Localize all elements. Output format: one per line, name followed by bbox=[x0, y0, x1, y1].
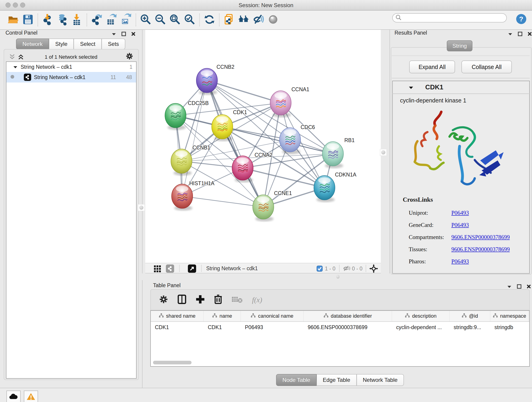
panel-menu-icon[interactable] bbox=[508, 32, 513, 36]
panel-float-icon[interactable] bbox=[517, 284, 521, 290]
network-options-gear-icon[interactable] bbox=[126, 52, 133, 61]
import-network-file-button[interactable] bbox=[40, 12, 55, 28]
panel-close-icon[interactable] bbox=[527, 32, 532, 37]
entry-collapse-icon[interactable] bbox=[408, 86, 414, 90]
delete-column-icon[interactable] bbox=[214, 294, 222, 305]
panel-close-icon[interactable] bbox=[131, 32, 136, 37]
panel-menu-icon[interactable] bbox=[507, 285, 512, 289]
warning-status-button[interactable] bbox=[24, 390, 38, 402]
tab-edge-table[interactable]: Edge Table bbox=[317, 374, 357, 386]
export-network-button[interactable] bbox=[89, 12, 104, 28]
export-image-button[interactable] bbox=[119, 12, 133, 28]
save-session-button[interactable] bbox=[21, 12, 35, 28]
search-field[interactable] bbox=[392, 13, 507, 22]
right-splitter-handle[interactable] bbox=[380, 149, 387, 156]
open-in-window-icon[interactable] bbox=[188, 264, 196, 273]
network-collection-row[interactable]: String Network – cdk1 1 bbox=[6, 62, 136, 72]
add-column-icon[interactable] bbox=[196, 295, 205, 305]
column-header-name[interactable]: name bbox=[204, 311, 241, 321]
search-input[interactable] bbox=[401, 15, 499, 21]
column-header-shared-name[interactable]: shared name bbox=[151, 311, 204, 321]
crosslink-value-link[interactable]: P06493 bbox=[451, 258, 469, 265]
panel-menu-icon[interactable] bbox=[111, 32, 116, 36]
node-CCNB2[interactable]: CCNB2 bbox=[196, 64, 234, 95]
column-header-description[interactable]: description bbox=[392, 311, 450, 321]
save-session-icon bbox=[22, 13, 34, 26]
function-builder-icon[interactable]: f(x) bbox=[252, 296, 262, 304]
node-label: CDK1 bbox=[233, 109, 247, 115]
open-file-button[interactable] bbox=[6, 12, 21, 28]
clone-network-button[interactable] bbox=[222, 12, 236, 28]
collapse-all-icon[interactable] bbox=[9, 53, 16, 61]
panel-float-icon[interactable] bbox=[121, 32, 126, 37]
network-canvas[interactable]: CCNB2CCNA1CDC25BCDK1CDC6RB1CCNB1CCNA2CDK… bbox=[145, 30, 381, 263]
apply-layout-button[interactable] bbox=[202, 12, 217, 28]
node-RB1[interactable]: RB1 bbox=[322, 137, 355, 168]
hidden-eye-slash-icon[interactable] bbox=[343, 265, 351, 273]
viewbar-separator-3 bbox=[339, 265, 340, 272]
network-row-selected[interactable]: String Network – cdk1 11 48 bbox=[6, 72, 136, 83]
tree-expand-icon[interactable] bbox=[13, 64, 18, 70]
tab-select[interactable]: Select bbox=[74, 38, 102, 50]
panel-float-icon[interactable] bbox=[518, 32, 522, 37]
show-all-button[interactable] bbox=[266, 12, 280, 28]
tab-node-table[interactable]: Node Table bbox=[276, 374, 317, 386]
table-row[interactable]: CDK1CDK1P064939606.ENSP00000378699cyclin… bbox=[151, 322, 529, 333]
column-header--id[interactable]: @id bbox=[450, 311, 490, 321]
crosslink-value-link[interactable]: 9606.ENSP00000378699 bbox=[451, 234, 510, 240]
zoom-selected-button[interactable] bbox=[182, 12, 197, 28]
cloud-status-button[interactable] bbox=[6, 390, 21, 402]
fit-content-crosshair-icon[interactable] bbox=[369, 264, 378, 274]
tab-style[interactable]: Style bbox=[49, 38, 74, 50]
import-network-database-button[interactable] bbox=[55, 12, 70, 28]
edge-CCNB2-CCNA1[interactable] bbox=[207, 80, 281, 103]
collapse-all-button[interactable]: Collapse All bbox=[462, 61, 512, 73]
panel-close-icon[interactable] bbox=[526, 284, 531, 290]
delete-table-icon[interactable] bbox=[231, 295, 243, 304]
node-HIST1H1A[interactable]: HIST1H1A bbox=[172, 180, 215, 211]
tab-sets[interactable]: Sets bbox=[102, 38, 125, 50]
column-header-database-identifier[interactable]: database identifier bbox=[304, 311, 392, 321]
right-splitter[interactable] bbox=[389, 30, 390, 274]
horizontal-splitter-handle[interactable] bbox=[336, 275, 340, 279]
node-table[interactable]: shared namenamecanonical namedatabase id… bbox=[150, 310, 530, 367]
show-columns-icon[interactable] bbox=[177, 294, 186, 305]
node-label: CDKN1A bbox=[335, 172, 356, 178]
view-network-title: String Network – cdk1 bbox=[206, 265, 258, 272]
string-view-badge-icon[interactable] bbox=[166, 264, 174, 273]
expand-all-icon[interactable] bbox=[17, 53, 24, 61]
zoom-out-button[interactable] bbox=[153, 12, 168, 28]
help-button[interactable]: ? bbox=[516, 14, 526, 24]
node-CDKN1A[interactable]: CDKN1A bbox=[314, 172, 356, 202]
horizontal-scrollbar-thumb[interactable] bbox=[153, 361, 191, 364]
crosslink-value-link[interactable]: P06493 bbox=[451, 210, 469, 216]
node-CCNA1[interactable]: CCNA1 bbox=[270, 86, 309, 117]
expand-all-button[interactable]: Expand All bbox=[409, 61, 455, 73]
node-CDC25B[interactable]: CDC25B bbox=[165, 100, 209, 130]
results-panel-window-controls bbox=[508, 32, 532, 37]
table-options-gear-icon[interactable] bbox=[159, 295, 168, 305]
edge-HIST1H1A-CCNE1[interactable] bbox=[182, 196, 263, 207]
column-header-canonical-name[interactable]: canonical name bbox=[241, 311, 304, 321]
string-query-button[interactable] bbox=[236, 12, 251, 28]
edge-CCNB2-CCNE1[interactable] bbox=[207, 80, 263, 207]
hide-unselected-button[interactable] bbox=[251, 12, 266, 28]
crosslink-value-link[interactable]: P06493 bbox=[451, 222, 469, 228]
gene-entry-header[interactable]: CDK1 bbox=[392, 81, 529, 94]
column-header-namespace[interactable]: namespace bbox=[490, 311, 529, 321]
import-table-file-button[interactable] bbox=[70, 12, 84, 28]
zoom-in-button[interactable] bbox=[138, 12, 153, 28]
selected-checkbox-icon[interactable] bbox=[317, 266, 323, 273]
grid-view-icon[interactable] bbox=[153, 265, 161, 273]
crosslink-value-link[interactable]: 9606.ENSP00000378699 bbox=[451, 246, 510, 253]
node-CCNE1[interactable]: CCNE1 bbox=[253, 190, 292, 221]
left-splitter-handle[interactable] bbox=[138, 204, 145, 211]
tab-network-table[interactable]: Network Table bbox=[357, 374, 404, 386]
tab-string[interactable]: String bbox=[447, 40, 472, 51]
hide-unselected-icon bbox=[253, 13, 264, 26]
edge-CCNB2-HIST1H1A[interactable] bbox=[182, 80, 207, 196]
tab-network[interactable]: Network bbox=[16, 38, 49, 50]
export-table-button[interactable] bbox=[104, 12, 119, 28]
control-panel-tabs: NetworkStyleSelectSets bbox=[16, 38, 125, 50]
zoom-fit-button[interactable] bbox=[168, 12, 182, 28]
